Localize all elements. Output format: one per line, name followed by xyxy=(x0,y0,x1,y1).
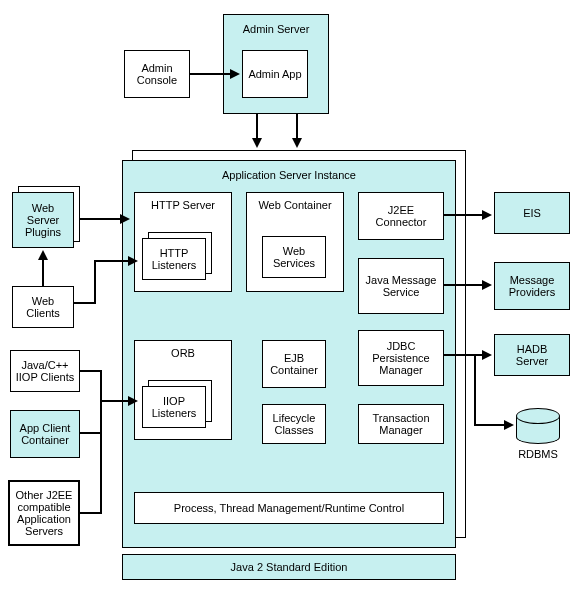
iiop-listeners-label: IIOP Listeners xyxy=(147,395,201,419)
iiop-listeners-box: IIOP Listeners xyxy=(142,386,206,428)
other-j2ee-label: Other J2EE compatible Application Server… xyxy=(14,489,74,537)
app-client-container-box: App Client Container xyxy=(10,410,80,458)
admin-console-box: Admin Console xyxy=(124,50,190,98)
transaction-box: Transaction Manager xyxy=(358,404,444,444)
web-container-label: Web Container xyxy=(258,199,331,211)
java-message-label: Java Message Service xyxy=(363,274,439,298)
jdbc-box: JDBC Persistence Manager xyxy=(358,330,444,386)
j2ee-connector-box: J2EE Connector xyxy=(358,192,444,240)
lifecycle-label: Lifecycle Classes xyxy=(267,412,321,436)
hadb-box: HADB Server xyxy=(494,334,570,376)
message-providers-label: Message Providers xyxy=(499,274,565,298)
java-cpp-box: Java/C++ IIOP Clients xyxy=(10,350,80,392)
eis-label: EIS xyxy=(523,207,541,219)
app-client-container-label: App Client Container xyxy=(15,422,75,446)
process-thread-box: Process, Thread Management/Runtime Contr… xyxy=(134,492,444,524)
java2-box: Java 2 Standard Edition xyxy=(122,554,456,580)
java2-label: Java 2 Standard Edition xyxy=(231,561,348,573)
orb-label: ORB xyxy=(171,347,195,359)
ejb-container-box: EJB Container xyxy=(262,340,326,388)
java-cpp-label: Java/C++ IIOP Clients xyxy=(15,359,75,383)
http-server-label: HTTP Server xyxy=(151,199,215,211)
eis-box: EIS xyxy=(494,192,570,234)
lifecycle-box: Lifecycle Classes xyxy=(262,404,326,444)
web-server-plugins-label: Web Server Plugins xyxy=(17,202,69,238)
http-listeners-label: HTTP Listeners xyxy=(147,247,201,271)
hadb-label: HADB Server xyxy=(499,343,565,367)
web-server-plugins-box: Web Server Plugins xyxy=(12,192,74,248)
jdbc-label: JDBC Persistence Manager xyxy=(363,340,439,376)
rdbms-label: RDBMS xyxy=(516,448,560,460)
message-providers-box: Message Providers xyxy=(494,262,570,310)
j2ee-connector-label: J2EE Connector xyxy=(363,204,439,228)
process-thread-label: Process, Thread Management/Runtime Contr… xyxy=(174,502,404,514)
web-clients-label: Web Clients xyxy=(17,295,69,319)
ejb-container-label: EJB Container xyxy=(267,352,321,376)
admin-app-label: Admin App xyxy=(248,68,301,80)
admin-app-box: Admin App xyxy=(242,50,308,98)
java-message-box: Java Message Service xyxy=(358,258,444,314)
transaction-label: Transaction Manager xyxy=(363,412,439,436)
admin-console-label: Admin Console xyxy=(129,62,185,86)
app-server-instance-label: Application Server Instance xyxy=(222,169,356,181)
http-listeners-box: HTTP Listeners xyxy=(142,238,206,280)
web-services-box: Web Services xyxy=(262,236,326,278)
web-services-label: Web Services xyxy=(267,245,321,269)
admin-server-label: Admin Server xyxy=(243,23,310,35)
rdbms-cylinder-top xyxy=(516,408,560,424)
web-clients-box: Web Clients xyxy=(12,286,74,328)
other-j2ee-box: Other J2EE compatible Application Server… xyxy=(8,480,80,546)
